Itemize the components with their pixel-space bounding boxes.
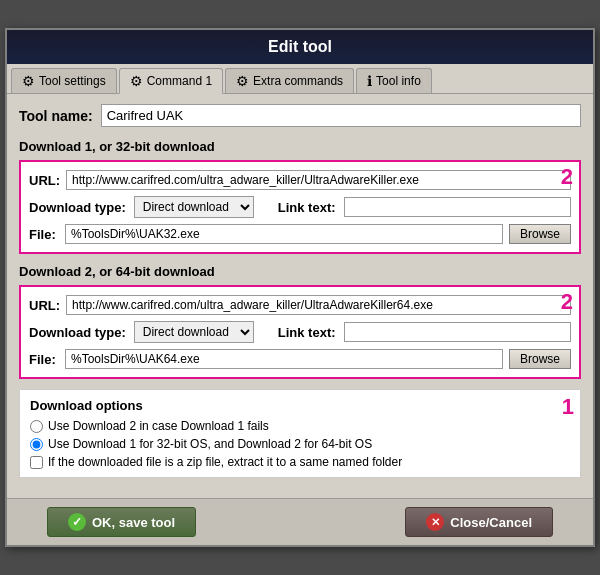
download2-number: 2 xyxy=(561,289,573,315)
download1-file-input[interactable] xyxy=(65,224,503,244)
cancel-button[interactable]: ✕ Close/Cancel xyxy=(405,507,553,537)
download1-type-select[interactable]: Direct download xyxy=(134,196,254,218)
download2-browse-button[interactable]: Browse xyxy=(509,349,571,369)
extra-commands-icon: ⚙ xyxy=(236,73,249,89)
download2-section-title: Download 2, or 64-bit download xyxy=(19,264,581,279)
download2-section: 2 URL: Download type: Direct download Li… xyxy=(19,285,581,379)
dialog-content: Tool name: Download 1, or 32-bit downloa… xyxy=(7,94,593,498)
download1-link-text-label: Link text: xyxy=(278,200,336,215)
options-number: 1 xyxy=(562,394,574,420)
download2-file-input[interactable] xyxy=(65,349,503,369)
radio-option2-label: Use Download 1 for 32-bit OS, and Downlo… xyxy=(48,437,372,451)
cancel-icon: ✕ xyxy=(426,513,444,531)
command-icon: ⚙ xyxy=(130,73,143,89)
download2-type-label: Download type: xyxy=(29,325,126,340)
tool-name-label: Tool name: xyxy=(19,108,93,124)
dialog-footer: ✓ OK, save tool ✕ Close/Cancel xyxy=(7,498,593,545)
download2-type-row: Download type: Direct download Link text… xyxy=(29,321,571,343)
ok-icon: ✓ xyxy=(68,513,86,531)
tool-name-row: Tool name: xyxy=(19,104,581,127)
download2-type-select[interactable]: Direct download xyxy=(134,321,254,343)
zip-extract-label: If the downloaded file is a zip file, ex… xyxy=(48,455,402,469)
download2-url-input[interactable] xyxy=(66,295,571,315)
tab-bar: ⚙ Tool settings ⚙ Command 1 ⚙ Extra comm… xyxy=(7,64,593,94)
download2-url-row: URL: xyxy=(29,295,571,315)
radio-option1[interactable] xyxy=(30,420,43,433)
ok-save-button[interactable]: ✓ OK, save tool xyxy=(47,507,196,537)
edit-tool-dialog: Edit tool ⚙ Tool settings ⚙ Command 1 ⚙ … xyxy=(5,28,595,547)
download1-browse-button[interactable]: Browse xyxy=(509,224,571,244)
download1-url-input[interactable] xyxy=(66,170,571,190)
radio-option1-row: Use Download 2 in case Download 1 fails xyxy=(30,419,570,433)
settings-icon: ⚙ xyxy=(22,73,35,89)
download1-url-label: URL: xyxy=(29,173,60,188)
download1-section: 2 URL: Download type: Direct download Li… xyxy=(19,160,581,254)
radio-option2-row: Use Download 1 for 32-bit OS, and Downlo… xyxy=(30,437,570,451)
download2-link-text-label: Link text: xyxy=(278,325,336,340)
tab-command1[interactable]: ⚙ Command 1 xyxy=(119,68,223,94)
tab-extra-commands[interactable]: ⚙ Extra commands xyxy=(225,68,354,93)
download1-file-row: File: Browse xyxy=(29,224,571,244)
download2-link-text-input[interactable] xyxy=(344,322,571,342)
tab-tool-settings[interactable]: ⚙ Tool settings xyxy=(11,68,117,93)
checkbox-row: If the downloaded file is a zip file, ex… xyxy=(30,455,570,469)
tab-tool-info[interactable]: ℹ Tool info xyxy=(356,68,432,93)
download1-url-row: URL: xyxy=(29,170,571,190)
dialog-title: Edit tool xyxy=(7,30,593,64)
download2-file-label: File: xyxy=(29,352,59,367)
info-icon: ℹ xyxy=(367,73,372,89)
download2-url-label: URL: xyxy=(29,298,60,313)
radio-option2[interactable] xyxy=(30,438,43,451)
download1-type-row: Download type: Direct download Link text… xyxy=(29,196,571,218)
download1-type-label: Download type: xyxy=(29,200,126,215)
download-options-section: 1 Download options Use Download 2 in cas… xyxy=(19,389,581,478)
download1-file-label: File: xyxy=(29,227,59,242)
radio-option1-label: Use Download 2 in case Download 1 fails xyxy=(48,419,269,433)
zip-extract-checkbox[interactable] xyxy=(30,456,43,469)
download1-section-title: Download 1, or 32-bit download xyxy=(19,139,581,154)
download2-file-row: File: Browse xyxy=(29,349,571,369)
download1-number: 2 xyxy=(561,164,573,190)
tool-name-input[interactable] xyxy=(101,104,581,127)
download-options-title: Download options xyxy=(30,398,570,413)
download1-link-text-input[interactable] xyxy=(344,197,571,217)
